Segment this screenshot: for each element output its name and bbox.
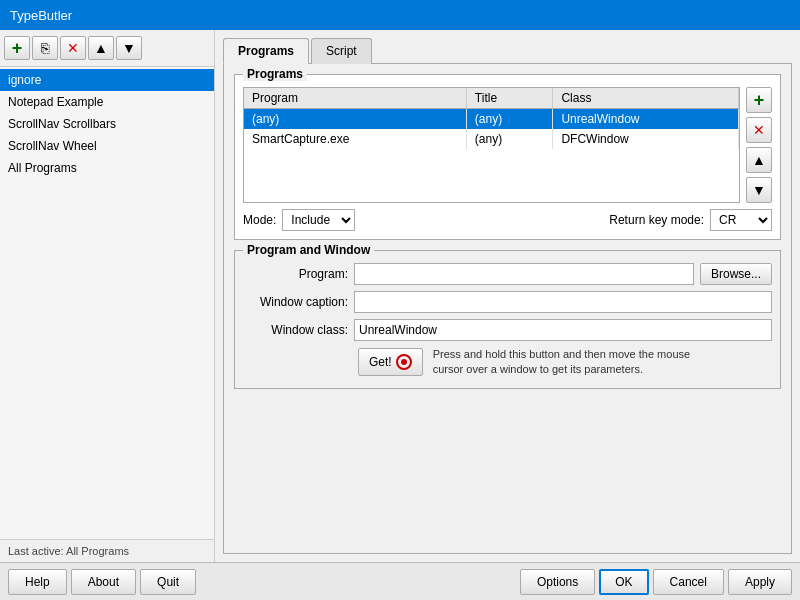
tab-content-programs: Programs Program Title Class bbox=[223, 63, 792, 554]
programs-table: Program Title Class (any) (any) UnrealWi… bbox=[244, 88, 739, 149]
tab-bar: Programs Script bbox=[223, 38, 792, 64]
programs-group: Programs Program Title Class bbox=[234, 74, 781, 240]
window-caption-row: Window caption: bbox=[243, 291, 772, 313]
browse-button[interactable]: Browse... bbox=[700, 263, 772, 285]
table-row[interactable]: (any) (any) UnrealWindow bbox=[244, 109, 739, 130]
last-active-label: Last active: bbox=[8, 545, 64, 557]
move-down-program-button[interactable]: ▼ bbox=[746, 177, 772, 203]
move-up-profile-button[interactable]: ▲ bbox=[88, 36, 114, 60]
cell-program: (any) bbox=[244, 109, 466, 130]
content-area: Programs Script Programs Program Title bbox=[215, 30, 800, 562]
list-item[interactable]: ScrollNav Scrollbars bbox=[0, 113, 214, 135]
get-description: Press and hold this button and then move… bbox=[433, 347, 690, 378]
return-key-select[interactable]: CR LF CRLF bbox=[710, 209, 772, 231]
bottom-bar: Help About Quit Options OK Cancel Apply bbox=[0, 562, 800, 600]
delete-program-button[interactable]: ✕ bbox=[746, 117, 772, 143]
table-header-row: Program Title Class bbox=[244, 88, 739, 109]
list-item[interactable]: Notepad Example bbox=[0, 91, 214, 113]
delete-profile-button[interactable]: ✕ bbox=[60, 36, 86, 60]
quit-button[interactable]: Quit bbox=[140, 569, 196, 595]
programs-table-wrapper: Program Title Class (any) (any) UnrealWi… bbox=[243, 87, 772, 203]
cell-class: UnrealWindow bbox=[553, 109, 739, 130]
return-key-section: Return key mode: CR LF CRLF bbox=[609, 209, 772, 231]
main-container: + ⎘ ✕ ▲ ▼ ignore Notepad Example ScrollN… bbox=[0, 30, 800, 562]
sidebar: + ⎘ ✕ ▲ ▼ ignore Notepad Example ScrollN… bbox=[0, 30, 215, 562]
tab-script[interactable]: Script bbox=[311, 38, 372, 64]
window-caption-label: Window caption: bbox=[243, 295, 348, 309]
programs-group-label: Programs bbox=[243, 67, 307, 81]
mode-label: Mode: bbox=[243, 213, 276, 227]
list-item[interactable]: ScrollNav Wheel bbox=[0, 135, 214, 157]
get-icon bbox=[396, 354, 412, 370]
cell-title: (any) bbox=[466, 129, 553, 149]
program-field-label: Program: bbox=[243, 267, 348, 281]
sidebar-footer: Last active: All Programs bbox=[0, 539, 214, 562]
copy-profile-button[interactable]: ⎘ bbox=[32, 36, 58, 60]
col-class: Class bbox=[553, 88, 739, 109]
add-profile-button[interactable]: + bbox=[4, 36, 30, 60]
cell-program: SmartCapture.exe bbox=[244, 129, 466, 149]
get-icon-inner bbox=[401, 359, 407, 365]
cancel-button[interactable]: Cancel bbox=[653, 569, 724, 595]
return-key-label: Return key mode: bbox=[609, 213, 704, 227]
window-caption-input[interactable] bbox=[354, 291, 772, 313]
mode-row: Mode: Include Exclude Return key mode: C… bbox=[243, 209, 772, 231]
program-row: Program: Browse... bbox=[243, 263, 772, 285]
options-button[interactable]: Options bbox=[520, 569, 595, 595]
program-window-group-label: Program and Window bbox=[243, 243, 374, 257]
table-action-buttons: + ✕ ▲ ▼ bbox=[746, 87, 772, 203]
mode-select[interactable]: Include Exclude bbox=[282, 209, 355, 231]
table-row[interactable]: SmartCapture.exe (any) DFCWindow bbox=[244, 129, 739, 149]
get-button[interactable]: Get! bbox=[358, 348, 423, 376]
programs-table-container: Program Title Class (any) (any) UnrealWi… bbox=[243, 87, 740, 203]
get-section: Get! Press and hold this button and then… bbox=[243, 347, 772, 378]
list-item[interactable]: All Programs bbox=[0, 157, 214, 179]
app-title: TypeButler bbox=[10, 8, 72, 23]
cell-class: DFCWindow bbox=[553, 129, 739, 149]
col-program: Program bbox=[244, 88, 466, 109]
title-bar: TypeButler bbox=[0, 0, 800, 30]
get-label: Get! bbox=[369, 355, 392, 369]
move-down-profile-button[interactable]: ▼ bbox=[116, 36, 142, 60]
add-program-button[interactable]: + bbox=[746, 87, 772, 113]
window-class-row: Window class: bbox=[243, 319, 772, 341]
window-class-label: Window class: bbox=[243, 323, 348, 337]
move-up-program-button[interactable]: ▲ bbox=[746, 147, 772, 173]
apply-button[interactable]: Apply bbox=[728, 569, 792, 595]
list-item[interactable]: ignore bbox=[0, 69, 214, 91]
program-input[interactable] bbox=[354, 263, 694, 285]
program-window-group: Program and Window Program: Browse... Wi… bbox=[234, 250, 781, 389]
sidebar-toolbar: + ⎘ ✕ ▲ ▼ bbox=[0, 30, 214, 67]
about-button[interactable]: About bbox=[71, 569, 136, 595]
ok-button[interactable]: OK bbox=[599, 569, 648, 595]
col-title: Title bbox=[466, 88, 553, 109]
help-button[interactable]: Help bbox=[8, 569, 67, 595]
window-class-input[interactable] bbox=[354, 319, 772, 341]
last-active-value: All Programs bbox=[66, 545, 129, 557]
cell-title: (any) bbox=[466, 109, 553, 130]
tab-programs[interactable]: Programs bbox=[223, 38, 309, 64]
profiles-list: ignore Notepad Example ScrollNav Scrollb… bbox=[0, 67, 214, 539]
